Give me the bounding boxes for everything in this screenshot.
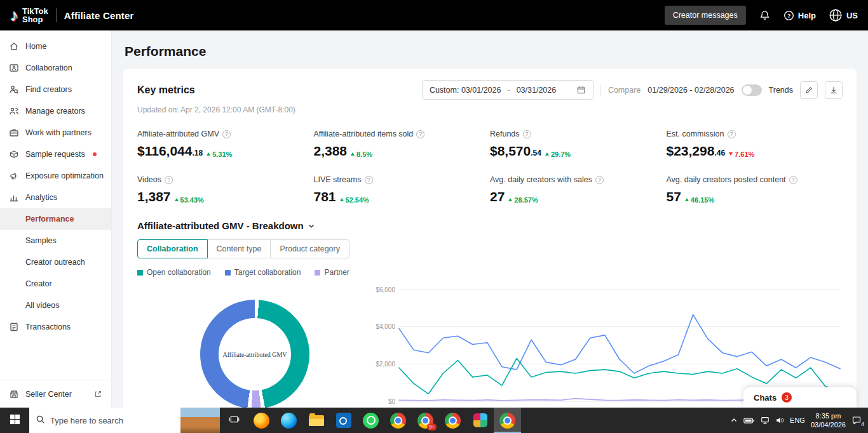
notifications-button[interactable]: 4: [851, 415, 862, 425]
info-icon[interactable]: ?: [365, 176, 373, 184]
task-view-button[interactable]: [220, 408, 248, 433]
sidebar-item-home[interactable]: Home: [0, 36, 111, 57]
sidebar-item-work-with-partners[interactable]: Work with partners: [0, 122, 111, 143]
info-icon[interactable]: ?: [416, 130, 424, 138]
firefox-icon: [254, 413, 269, 429]
taskbar: 9+ ENG 8:35 pm 03/04/2026 4: [0, 408, 868, 433]
taskbar-search[interactable]: [29, 408, 220, 433]
battery-icon[interactable]: [743, 417, 755, 424]
taskbar-app-chrome-icon[interactable]: [494, 408, 521, 433]
svg-text:$4,000: $4,000: [376, 323, 395, 330]
sidebar-subitem-performance[interactable]: Performance: [0, 208, 111, 230]
info-icon[interactable]: ?: [789, 176, 797, 184]
sidebar-item-label: Analytics: [25, 193, 57, 202]
taskbar-app-outlook-icon[interactable]: [330, 408, 357, 433]
legend-partner[interactable]: Partner: [315, 268, 349, 277]
network-icon[interactable]: [761, 416, 770, 425]
chats-widget[interactable]: Chats 3: [743, 387, 857, 408]
info-icon[interactable]: ?: [523, 130, 531, 138]
sidebar-item-label: Find creators: [25, 85, 72, 94]
sidebar-item-analytics[interactable]: Analytics: [0, 187, 111, 208]
search-promo-image[interactable]: [180, 408, 220, 433]
chevron-down-icon[interactable]: [308, 222, 315, 230]
help-button[interactable]: ? Help: [783, 10, 816, 21]
sidebar-item-seller-center[interactable]: Seller Center: [0, 380, 111, 408]
taskbar-app-whatsapp-icon[interactable]: [357, 408, 384, 433]
app-title: Affiliate Center: [64, 10, 134, 21]
clock-date: 03/04/2026: [811, 420, 846, 429]
key-metrics-title: Key metrics: [137, 84, 195, 96]
metric-delta: 52.54%: [340, 196, 369, 204]
delta-up-icon: [175, 198, 179, 201]
taskbar-app-file-explorer-icon[interactable]: [302, 408, 330, 433]
exposure-icon: [9, 171, 19, 181]
metric-delta: 29.7%: [545, 150, 571, 158]
legend-open-collaboration[interactable]: Open collaboration: [137, 268, 211, 277]
tab-product-category[interactable]: Product category: [270, 239, 349, 258]
delta-up-icon: [351, 152, 355, 156]
delta-up-icon: [508, 198, 512, 201]
sidebar-item-sample-requests[interactable]: Sample requests: [0, 143, 111, 165]
sidebar-item-exposure-optimization[interactable]: Exposure optimization: [0, 165, 111, 187]
sidebar-item-manage-creators[interactable]: Manage creators: [0, 100, 111, 122]
unread-badge: 9+: [427, 423, 437, 430]
taskbar-app-chrome-icon[interactable]: 9+: [412, 408, 439, 433]
tab-collaboration[interactable]: Collaboration: [137, 239, 208, 258]
delta-up-icon: [685, 198, 689, 201]
date-range-picker[interactable]: Custom: 03/01/2026 - 03/31/2026: [422, 80, 593, 100]
manage-creators-icon: [9, 106, 19, 116]
search-input[interactable]: [50, 416, 175, 425]
edit-metrics-button[interactable]: [800, 81, 818, 99]
breakdown-tabs: CollaborationContent typeProduct categor…: [137, 239, 349, 258]
delta-down-icon: [729, 152, 733, 156]
sidebar-subitem-samples[interactable]: Samples: [0, 230, 111, 251]
notification-dot-icon: [93, 152, 97, 156]
creator-messages-button[interactable]: Creator messages: [665, 6, 746, 25]
taskbar-app-chrome-icon[interactable]: [384, 408, 412, 433]
globe-icon: [829, 8, 843, 22]
trends-toggle[interactable]: [742, 84, 762, 96]
info-icon[interactable]: ?: [728, 130, 736, 138]
info-icon[interactable]: ?: [165, 176, 173, 184]
sidebar-item-find-creators[interactable]: Find creators: [0, 79, 111, 100]
taskbar-app-firefox-icon[interactable]: [248, 408, 275, 433]
date-range-separator: -: [507, 86, 510, 95]
chart-legend: Open collaborationTarget collaborationPa…: [137, 268, 843, 277]
date-range-end: 03/31/2026: [517, 86, 557, 95]
legend-swatch-icon: [225, 270, 231, 276]
charts-row: Affiliate-attributed GMV $0$2,000$4,000$…: [137, 282, 843, 408]
analytics-icon: [9, 192, 19, 203]
legend-target-collaboration[interactable]: Target collaboration: [225, 268, 301, 277]
sidebar-item-transactions[interactable]: Transactions: [0, 316, 111, 338]
svg-text:$6,000: $6,000: [376, 286, 395, 293]
taskbar-app-edge-icon[interactable]: [275, 408, 302, 433]
volume-icon[interactable]: [775, 416, 784, 425]
clock[interactable]: 8:35 pm 03/04/2026: [811, 411, 846, 430]
info-icon[interactable]: ?: [595, 176, 604, 184]
main-content: Performance Key metrics Custom: 03/01/20…: [112, 30, 868, 408]
info-icon[interactable]: ?: [222, 130, 231, 138]
sidebar-subitem-creator-outreach[interactable]: Creator outreach: [0, 251, 111, 273]
start-button[interactable]: [0, 408, 29, 433]
metric-value: 1,38753.43%: [137, 189, 314, 204]
card-controls: Custom: 03/01/2026 - 03/31/2026 Compare …: [422, 80, 843, 100]
language-indicator[interactable]: ENG: [790, 416, 805, 424]
tab-content-type[interactable]: Content type: [207, 239, 271, 258]
sidebar-item-label: Exposure optimization: [25, 171, 104, 180]
tiktok-shop-logo[interactable]: ♪ TikTok Shop: [10, 7, 48, 23]
taskbar-app-chrome-icon[interactable]: [439, 408, 466, 433]
sidebar-item-collaboration[interactable]: Collaboration: [0, 57, 111, 79]
tray-expand-icon[interactable]: [730, 416, 738, 424]
sidebar-subitem-creator[interactable]: Creator: [0, 273, 111, 295]
metric-affiliate-attributed-items-sold: Affiliate-attributed items sold?2,3888.5…: [314, 130, 491, 159]
header-divider: [56, 8, 57, 22]
download-button[interactable]: [825, 81, 843, 99]
home-icon: [9, 41, 19, 51]
taskbar-app-slack-icon[interactable]: [466, 408, 494, 433]
region-selector[interactable]: US: [829, 8, 858, 22]
bell-icon[interactable]: [759, 10, 771, 22]
updated-on: Updated on: Apr 2, 2026 12:00 AM (GMT-8:…: [137, 105, 843, 114]
controls-divider: [600, 84, 601, 96]
sidebar-subitem-all-videos[interactable]: All videos: [0, 295, 111, 316]
compare-range[interactable]: 01/29/2026 - 02/28/2026: [648, 86, 734, 95]
